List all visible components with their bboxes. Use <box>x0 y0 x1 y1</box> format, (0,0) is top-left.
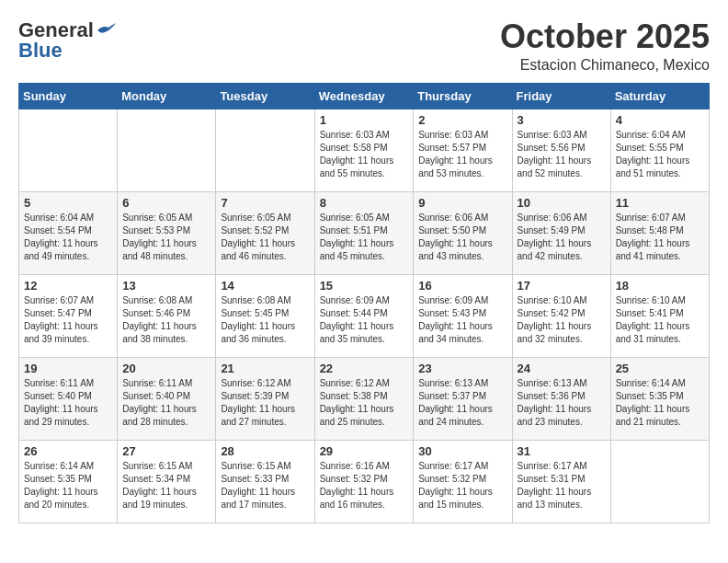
day-number: 30 <box>418 444 506 458</box>
calendar-week-4: 19Sunrise: 6:11 AM Sunset: 5:40 PM Dayli… <box>19 357 710 440</box>
day-info: Sunrise: 6:08 AM Sunset: 5:45 PM Dayligh… <box>221 294 309 346</box>
day-number: 17 <box>518 279 606 293</box>
day-info: Sunrise: 6:05 AM Sunset: 5:53 PM Dayligh… <box>122 212 210 263</box>
day-number: 18 <box>616 279 704 293</box>
day-number: 5 <box>24 196 112 210</box>
day-info: Sunrise: 6:08 AM Sunset: 5:46 PM Dayligh… <box>122 294 210 346</box>
day-number: 13 <box>122 279 210 293</box>
weekday-header-monday: Monday <box>118 83 216 109</box>
day-info: Sunrise: 6:07 AM Sunset: 5:48 PM Dayligh… <box>616 212 704 263</box>
day-info: Sunrise: 6:10 AM Sunset: 5:42 PM Dayligh… <box>518 294 606 346</box>
calendar-cell: 6Sunrise: 6:05 AM Sunset: 5:53 PM Daylig… <box>118 191 216 274</box>
day-info: Sunrise: 6:04 AM Sunset: 5:55 PM Dayligh… <box>616 129 704 180</box>
day-number: 14 <box>221 279 309 293</box>
calendar-cell: 18Sunrise: 6:10 AM Sunset: 5:41 PM Dayli… <box>610 274 709 357</box>
day-number: 25 <box>616 362 704 375</box>
day-number: 29 <box>320 444 409 458</box>
calendar-week-5: 26Sunrise: 6:14 AM Sunset: 5:35 PM Dayli… <box>19 440 710 523</box>
calendar-cell: 24Sunrise: 6:13 AM Sunset: 5:36 PM Dayli… <box>512 357 610 440</box>
calendar-cell: 1Sunrise: 6:03 AM Sunset: 5:58 PM Daylig… <box>314 109 414 191</box>
day-info: Sunrise: 6:12 AM Sunset: 5:38 PM Dayligh… <box>320 377 409 429</box>
calendar-cell: 14Sunrise: 6:08 AM Sunset: 5:45 PM Dayli… <box>216 274 314 357</box>
calendar-table: SundayMondayTuesdayWednesdayThursdayFrid… <box>18 83 710 523</box>
day-number: 26 <box>24 444 112 458</box>
calendar-cell: 16Sunrise: 6:09 AM Sunset: 5:43 PM Dayli… <box>414 274 512 357</box>
calendar-cell: 19Sunrise: 6:11 AM Sunset: 5:40 PM Dayli… <box>19 357 118 440</box>
day-number: 6 <box>122 196 210 210</box>
day-info: Sunrise: 6:11 AM Sunset: 5:40 PM Dayligh… <box>122 377 210 429</box>
day-info: Sunrise: 6:16 AM Sunset: 5:32 PM Dayligh… <box>320 460 409 511</box>
calendar-cell: 30Sunrise: 6:17 AM Sunset: 5:32 PM Dayli… <box>414 440 512 523</box>
calendar-cell: 10Sunrise: 6:06 AM Sunset: 5:49 PM Dayli… <box>512 191 610 274</box>
day-number: 24 <box>518 362 606 375</box>
calendar-cell: 20Sunrise: 6:11 AM Sunset: 5:40 PM Dayli… <box>118 357 216 440</box>
day-info: Sunrise: 6:09 AM Sunset: 5:44 PM Dayligh… <box>320 294 409 346</box>
calendar-cell: 17Sunrise: 6:10 AM Sunset: 5:42 PM Dayli… <box>512 274 610 357</box>
day-number: 23 <box>418 362 506 375</box>
calendar-cell: 13Sunrise: 6:08 AM Sunset: 5:46 PM Dayli… <box>118 274 216 357</box>
day-info: Sunrise: 6:05 AM Sunset: 5:51 PM Dayligh… <box>320 212 409 263</box>
day-info: Sunrise: 6:17 AM Sunset: 5:32 PM Dayligh… <box>418 460 506 511</box>
day-number: 19 <box>24 362 112 375</box>
calendar-cell: 31Sunrise: 6:17 AM Sunset: 5:31 PM Dayli… <box>512 440 610 523</box>
day-info: Sunrise: 6:13 AM Sunset: 5:37 PM Dayligh… <box>418 377 506 429</box>
weekday-header-wednesday: Wednesday <box>314 83 414 109</box>
weekday-header-tuesday: Tuesday <box>216 83 314 109</box>
calendar-cell: 3Sunrise: 6:03 AM Sunset: 5:56 PM Daylig… <box>512 109 610 191</box>
day-info: Sunrise: 6:03 AM Sunset: 5:58 PM Dayligh… <box>320 129 409 180</box>
title-section: October 2025 Estacion Chimaneco, Mexico <box>500 18 710 74</box>
calendar-cell <box>118 109 216 191</box>
weekday-header-saturday: Saturday <box>610 83 709 109</box>
logo: General Blue <box>18 18 116 63</box>
calendar-cell: 7Sunrise: 6:05 AM Sunset: 5:52 PM Daylig… <box>216 191 314 274</box>
calendar-cell: 26Sunrise: 6:14 AM Sunset: 5:35 PM Dayli… <box>19 440 118 523</box>
weekday-header-thursday: Thursday <box>414 83 512 109</box>
calendar-cell: 9Sunrise: 6:06 AM Sunset: 5:50 PM Daylig… <box>414 191 512 274</box>
day-info: Sunrise: 6:06 AM Sunset: 5:49 PM Dayligh… <box>518 212 606 263</box>
day-info: Sunrise: 6:15 AM Sunset: 5:33 PM Dayligh… <box>221 460 309 511</box>
day-number: 21 <box>221 362 309 375</box>
calendar-cell: 5Sunrise: 6:04 AM Sunset: 5:54 PM Daylig… <box>19 191 118 274</box>
day-info: Sunrise: 6:09 AM Sunset: 5:43 PM Dayligh… <box>418 294 506 346</box>
weekday-header-sunday: Sunday <box>19 83 118 109</box>
logo-bird-icon <box>96 23 116 38</box>
day-info: Sunrise: 6:05 AM Sunset: 5:52 PM Dayligh… <box>221 212 309 263</box>
day-number: 28 <box>221 444 309 458</box>
calendar-week-1: 1Sunrise: 6:03 AM Sunset: 5:58 PM Daylig… <box>19 109 710 191</box>
day-number: 15 <box>320 279 409 293</box>
calendar-week-3: 12Sunrise: 6:07 AM Sunset: 5:47 PM Dayli… <box>19 274 710 357</box>
logo-blue-text: Blue <box>18 39 63 63</box>
day-number: 27 <box>122 444 210 458</box>
day-info: Sunrise: 6:04 AM Sunset: 5:54 PM Dayligh… <box>24 212 112 263</box>
day-info: Sunrise: 6:14 AM Sunset: 5:35 PM Dayligh… <box>616 377 704 429</box>
calendar-cell: 22Sunrise: 6:12 AM Sunset: 5:38 PM Dayli… <box>314 357 414 440</box>
day-info: Sunrise: 6:12 AM Sunset: 5:39 PM Dayligh… <box>221 377 309 429</box>
calendar-cell: 11Sunrise: 6:07 AM Sunset: 5:48 PM Dayli… <box>610 191 709 274</box>
day-number: 31 <box>518 444 606 458</box>
calendar-cell: 25Sunrise: 6:14 AM Sunset: 5:35 PM Dayli… <box>610 357 709 440</box>
day-info: Sunrise: 6:11 AM Sunset: 5:40 PM Dayligh… <box>24 377 112 429</box>
weekday-header-row: SundayMondayTuesdayWednesdayThursdayFrid… <box>19 83 710 109</box>
day-number: 3 <box>518 113 606 127</box>
day-number: 11 <box>616 196 704 210</box>
calendar-week-2: 5Sunrise: 6:04 AM Sunset: 5:54 PM Daylig… <box>19 191 710 274</box>
calendar-cell: 28Sunrise: 6:15 AM Sunset: 5:33 PM Dayli… <box>216 440 314 523</box>
calendar-cell: 12Sunrise: 6:07 AM Sunset: 5:47 PM Dayli… <box>19 274 118 357</box>
calendar-cell: 15Sunrise: 6:09 AM Sunset: 5:44 PM Dayli… <box>314 274 414 357</box>
calendar-cell <box>610 440 709 523</box>
day-number: 1 <box>320 113 409 127</box>
day-number: 20 <box>122 362 210 375</box>
day-number: 2 <box>418 113 506 127</box>
day-info: Sunrise: 6:17 AM Sunset: 5:31 PM Dayligh… <box>518 460 606 511</box>
weekday-header-friday: Friday <box>512 83 610 109</box>
day-info: Sunrise: 6:07 AM Sunset: 5:47 PM Dayligh… <box>24 294 112 346</box>
day-info: Sunrise: 6:10 AM Sunset: 5:41 PM Dayligh… <box>616 294 704 346</box>
day-number: 12 <box>24 279 112 293</box>
day-info: Sunrise: 6:03 AM Sunset: 5:57 PM Dayligh… <box>418 129 506 180</box>
location-title: Estacion Chimaneco, Mexico <box>500 57 710 74</box>
calendar-cell: 27Sunrise: 6:15 AM Sunset: 5:34 PM Dayli… <box>118 440 216 523</box>
calendar-cell: 4Sunrise: 6:04 AM Sunset: 5:55 PM Daylig… <box>610 109 709 191</box>
month-title: October 2025 <box>500 18 710 55</box>
day-info: Sunrise: 6:13 AM Sunset: 5:36 PM Dayligh… <box>518 377 606 429</box>
calendar-cell: 23Sunrise: 6:13 AM Sunset: 5:37 PM Dayli… <box>414 357 512 440</box>
